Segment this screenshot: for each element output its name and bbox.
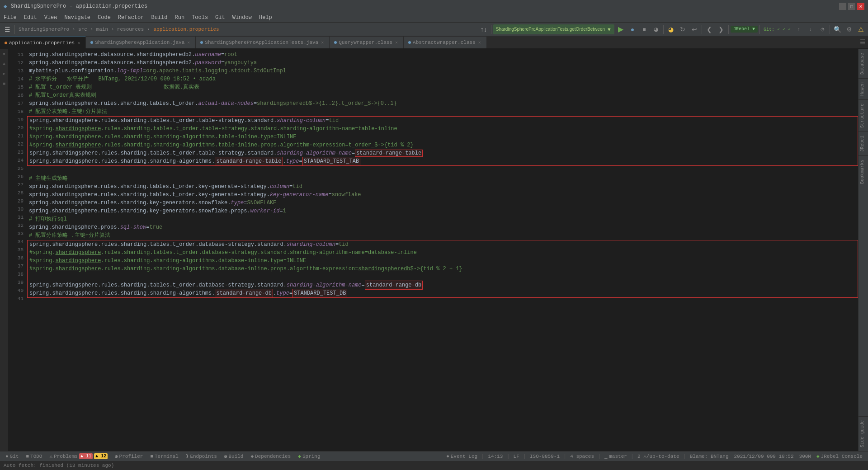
menu-run[interactable]: Run [171, 13, 188, 22]
toolbar-sync-btn[interactable]: ↑↓ [478, 24, 489, 35]
menu-view[interactable]: View [41, 13, 61, 22]
line-num-15: 15 [8, 83, 24, 91]
status-dependencies[interactable]: ◆ Dependencies [249, 453, 292, 459]
tab-sharding-application[interactable]: ShardingSphereApplication.java ✕ [86, 37, 196, 48]
tab-close-3[interactable]: ✕ [320, 40, 325, 45]
tab-close-2[interactable]: ✕ [186, 40, 191, 45]
close-button[interactable]: ✕ [857, 3, 864, 10]
run-button[interactable]: ▶ [615, 24, 626, 35]
status-blame[interactable]: Blame: BNTang [688, 454, 731, 459]
gutter-run[interactable]: ▶ [1, 70, 7, 77]
back-btn[interactable]: ❮ [704, 24, 715, 35]
jrebel-badge[interactable]: JRebel ▼ [731, 26, 758, 33]
label-hawen[interactable]: Hawen [859, 78, 868, 99]
menu-git[interactable]: Git [212, 13, 229, 22]
tab-abstract-wrapper[interactable]: AbstractWrapper.class ✕ [404, 37, 487, 48]
line-num-40: 40 [8, 287, 24, 295]
menu-tools[interactable]: Tools [188, 13, 212, 22]
tab-icon-3 [200, 41, 203, 44]
label-bookmarks[interactable]: Bookmarks [859, 155, 868, 188]
minimize-button[interactable]: — [839, 3, 846, 10]
status-branch[interactable]: ⎯ master [603, 454, 629, 459]
status-encoding[interactable]: ISO-8859-1 [528, 454, 561, 459]
code-line-27: spring.shardingsphere.rules.sharding.tab… [29, 183, 858, 191]
menu-help[interactable]: Help [255, 13, 276, 22]
menu-window[interactable]: Window [229, 13, 255, 22]
status-build[interactable]: ◕ Build [222, 453, 245, 459]
code-line-39: spring.shardingsphere.rules.sharding.tab… [29, 281, 856, 289]
status-memory[interactable]: 300M [797, 454, 813, 459]
menu-navigate[interactable]: Navigate [61, 13, 94, 22]
debug-button[interactable]: ● [627, 24, 638, 35]
status-todo[interactable]: ■ TODO [24, 454, 44, 459]
tab-application-tests[interactable]: ShardingSphereProApplicationTests.java ✕ [196, 37, 330, 48]
menu-code[interactable]: Code [94, 13, 114, 22]
run-config-dropdown[interactable]: ShardingSphereProApplicationTests.getOrd… [493, 24, 614, 34]
status-jrebel-console[interactable]: ◆ JRebel Console [815, 453, 864, 459]
label-structure[interactable]: Structure [859, 99, 868, 132]
git-pull[interactable]: ↓ [805, 24, 816, 35]
tab-close[interactable]: ✕ [76, 40, 81, 46]
jrebel-console-label: JRebel Console [821, 454, 863, 459]
search-everywhere[interactable]: 🔍 [832, 24, 843, 35]
warning-count: ▲ 12 [94, 453, 108, 459]
status-spring[interactable]: ◆ Spring [296, 453, 322, 459]
status-dependencies-label: Dependencies [255, 454, 291, 459]
code-line-24: spring.shardingsphere.rules.sharding.sha… [29, 157, 856, 165]
menu-build[interactable]: Build [147, 13, 171, 22]
title-bar-title: ShardingSpherePro – application.properti… [11, 3, 147, 9]
rebuild-btn[interactable]: ↻ [677, 24, 688, 35]
build-btn[interactable]: ◕ [665, 24, 676, 35]
menu-bar: File Edit View Navigate Code Refactor Bu… [0, 13, 868, 23]
settings-btn[interactable]: ⚙ [844, 24, 854, 35]
notifications-btn[interactable]: ⚠ [855, 24, 866, 35]
status-position[interactable]: 14:13 [486, 454, 505, 459]
branch-icon: ⎯ [604, 454, 608, 459]
tab-application-properties[interactable]: application.properties ✕ [0, 37, 86, 48]
line-num-33: 33 [8, 230, 24, 238]
profiler-button[interactable]: ◕ [651, 24, 661, 35]
label-side-guide[interactable]: Side guide [859, 416, 868, 451]
label-database[interactable]: Database [859, 49, 868, 78]
maximize-button[interactable]: □ [848, 3, 855, 10]
label-jrebel[interactable]: JRebel [859, 132, 868, 155]
title-bar-controls: — □ ✕ [839, 3, 864, 10]
status-git[interactable]: ● Git [4, 454, 20, 459]
coverage-button[interactable]: ■ [639, 24, 650, 35]
status-event-log[interactable]: ● Event Log [444, 454, 479, 459]
tabs-more-btn[interactable]: ☰ [857, 36, 868, 48]
git-status: Git: ✓ ✓ ✓ [762, 27, 793, 32]
tab-close-5[interactable]: ✕ [477, 40, 482, 45]
menu-edit[interactable]: Edit [20, 13, 41, 22]
toolbar-project-btn[interactable]: ☰ [2, 24, 13, 35]
line-num-18: 18 [8, 108, 24, 116]
git-history[interactable]: ◔ [817, 24, 828, 35]
menu-refactor[interactable]: Refactor [114, 13, 148, 22]
status-spaces[interactable]: 4 spaces [568, 454, 596, 459]
branch-label: master [609, 454, 627, 459]
line-ending-label: LF [514, 454, 519, 459]
code-line-22: #spring.shardingsphere.rules.sharding.sh… [29, 141, 856, 149]
line-num-14: 14 [8, 75, 24, 83]
status-line-ending[interactable]: LF [512, 454, 521, 459]
gutter-commit[interactable]: ▲ [1, 61, 7, 67]
spaces-label: 4 spaces [570, 454, 594, 459]
status-endpoints[interactable]: ❱ Endpoints [184, 453, 219, 459]
status-problems[interactable]: ⚠ Problems ▲ 11 ▲ 12 [47, 453, 109, 459]
status-profiler[interactable]: ◕ Profiler [113, 453, 145, 459]
gutter-todo[interactable]: ■ [1, 80, 7, 87]
tab-query-wrapper[interactable]: QueryWrapper.class ✕ [330, 37, 404, 48]
status-terminal[interactable]: ■ Terminal [148, 454, 180, 459]
line-num-29: 29 [8, 197, 24, 205]
code-line-25 [29, 166, 858, 174]
status-sync[interactable]: 2 △/up-to-date [636, 453, 681, 459]
code-line-40: spring.shardingsphere.rules.sharding.sha… [29, 289, 856, 297]
menu-file[interactable]: File [0, 13, 20, 22]
forward-btn[interactable]: ❯ [716, 24, 726, 35]
endpoints-icon: ❱ [186, 453, 189, 459]
tab-close-4[interactable]: ✕ [394, 40, 399, 45]
gutter-project[interactable]: ● [1, 51, 7, 57]
git-push[interactable]: ↑ [793, 24, 804, 35]
event-log-label: Event Log [451, 454, 477, 459]
reload-btn[interactable]: ↩ [689, 24, 700, 35]
